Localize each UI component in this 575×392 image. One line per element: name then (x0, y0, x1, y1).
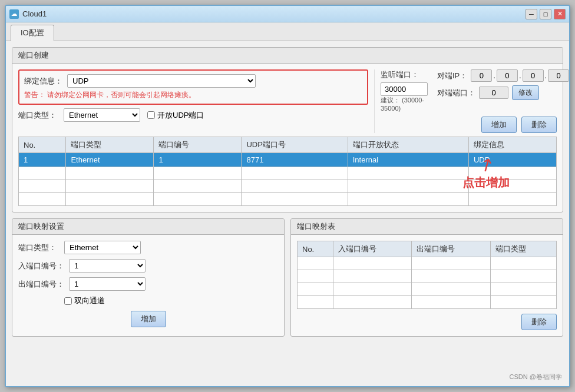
mapping-add-row: 增加 (18, 311, 278, 327)
maximize-button[interactable]: □ (540, 9, 551, 19)
table-row-empty-3 (19, 193, 557, 206)
suggest-text: 建议： (30000-35000) (381, 96, 428, 112)
udp-checkbox[interactable] (147, 111, 155, 119)
monitor-port-area: 监听端口： 建议： (30000-35000) (381, 69, 428, 112)
col-bind: 绑定信息 (468, 137, 556, 153)
udp-checkbox-label[interactable]: 开放UDP端口 (147, 110, 204, 121)
warning-text: 请勿绑定公网网卡，否则可能会引起网络瘫痪。 (47, 91, 196, 99)
cell-status: Internal (348, 153, 468, 167)
map-col-type: 端口类型 (490, 241, 556, 257)
map-row-empty-1 (298, 257, 557, 270)
port-type-row: 端口类型： Ethernet 开放UDP端口 (18, 108, 368, 122)
action-buttons: 增加 删除 (381, 117, 557, 133)
watermark: CSDN @卷福同学 (510, 373, 562, 381)
mapping-table-title: 端口映射表 (291, 219, 563, 235)
bidirectional-checkbox[interactable] (64, 297, 72, 305)
out-port-row: 出端口编号： 1 (18, 277, 278, 291)
port-creation-section: 端口创建 绑定信息： UDP (12, 47, 563, 212)
map-col-no: No. (298, 241, 333, 257)
in-port-label: 入端口编号： (18, 261, 64, 271)
remote-port-label: 对端端口： (437, 88, 475, 98)
bidirectional-row: 双向通道 (64, 295, 278, 306)
window-controls: ─ □ ✕ (526, 9, 566, 19)
remote-port-input[interactable] (479, 87, 508, 99)
port-type-label: 端口类型： (18, 110, 57, 121)
in-port-row: 入端口编号： 1 (18, 259, 278, 273)
main-content: 端口创建 绑定信息： UDP (6, 41, 569, 386)
cell-port-type: Ethernet (66, 153, 154, 167)
arrow-icon: ↗ (474, 152, 497, 177)
monitor-port-input[interactable] (381, 82, 428, 96)
click-hint-area: ↗ 点击增加 (462, 154, 510, 191)
monitor-port-label: 监听端口： (381, 70, 419, 79)
add-button[interactable]: 增加 (481, 117, 517, 133)
bind-label: 绑定信息： (24, 76, 62, 87)
bind-select[interactable]: UDP (67, 74, 256, 88)
ip-octet-2[interactable] (497, 69, 518, 82)
mapping-port-type-select[interactable]: Ethernet (64, 241, 141, 254)
port-creation-title: 端口创建 (12, 48, 563, 64)
ip-octet-1[interactable] (471, 69, 492, 82)
remote-ip-row: 对端IP： . . . (437, 69, 569, 82)
mapping-delete-button[interactable]: 删除 (521, 314, 557, 330)
warning-label: 警告： (24, 91, 45, 99)
mapping-table: No. 入端口编号 出端口编号 端口类型 (297, 241, 557, 309)
map-row-empty-3 (298, 283, 557, 296)
bottom-panels: 端口映射设置 端口类型： Ethernet 入端口编号： 1 (12, 218, 563, 343)
tab-bar: IO配置 (6, 22, 569, 41)
close-button[interactable]: ✕ (554, 9, 566, 19)
window-title: Cloud1 (22, 9, 47, 18)
col-port-no: 端口编号 (154, 137, 242, 153)
app-icon: ☁ (9, 9, 19, 19)
mapping-settings-title: 端口映射设置 (12, 219, 284, 235)
cell-port-no: 1 (154, 153, 242, 167)
port-type-select[interactable]: Ethernet (64, 108, 140, 122)
port-creation-body: 绑定信息： UDP 警告： 请勿绑定公网网卡，否则可能会引起网络瘫痪。 (12, 64, 563, 212)
bidirectional-label: 双向通道 (74, 295, 105, 306)
remote-ip-label: 对端IP： (437, 71, 467, 81)
col-udp-port: UDP端口号 (242, 137, 348, 153)
out-port-label: 出端口编号： (18, 279, 64, 290)
ip-octet-3[interactable] (523, 69, 544, 82)
title-bar: ☁ Cloud1 ─ □ ✕ (6, 6, 569, 22)
ip-input-group: . . . (471, 69, 569, 82)
mapping-settings-body: 端口类型： Ethernet 入端口编号： 1 出端口编号： (12, 235, 284, 333)
table-area: No. 端口类型 端口编号 UDP端口号 端口开放状态 绑定信息 1 (18, 137, 557, 206)
mapping-table-body: No. 入端口编号 出端口编号 端口类型 (291, 235, 563, 336)
mapping-add-button[interactable]: 增加 (131, 311, 166, 327)
mapping-port-type-row: 端口类型： Ethernet (18, 241, 278, 254)
out-port-select[interactable]: 1 (69, 277, 146, 291)
minimize-button[interactable]: ─ (526, 9, 537, 19)
col-port-type: 端口类型 (66, 137, 154, 153)
port-mapping-table-section: 端口映射表 No. 入端口编号 出端口编号 端口类型 (290, 218, 563, 337)
mapping-port-type-label: 端口类型： (18, 242, 60, 253)
in-port-select[interactable]: 1 (69, 259, 146, 273)
map-row-empty-4 (298, 296, 557, 309)
delete-button[interactable]: 删除 (521, 117, 557, 133)
click-hint-text: 点击增加 (462, 175, 510, 191)
port-mapping-settings-section: 端口映射设置 端口类型： Ethernet 入端口编号： 1 (12, 218, 285, 337)
bind-info-box: 绑定信息： UDP 警告： 请勿绑定公网网卡，否则可能会引起网络瘫痪。 (18, 69, 368, 105)
mapping-delete-row: 删除 (297, 314, 557, 330)
tab-io-config[interactable]: IO配置 (11, 25, 54, 41)
col-no: No. (19, 137, 66, 153)
map-row-empty-2 (298, 270, 557, 283)
map-col-out-port: 出端口编号 (412, 241, 491, 257)
ip-octet-4[interactable] (548, 69, 569, 82)
remote-port-row: 对端端口： 修改 (437, 85, 569, 100)
warning-row: 警告： 请勿绑定公网网卡，否则可能会引起网络瘫痪。 (24, 90, 362, 100)
cell-no: 1 (19, 153, 66, 167)
map-col-in-port: 入端口编号 (333, 241, 412, 257)
remote-config-area: 对端IP： . . . (437, 69, 569, 104)
modify-button[interactable]: 修改 (512, 85, 539, 100)
col-status: 端口开放状态 (348, 137, 468, 153)
cell-udp-port: 8771 (242, 153, 348, 167)
